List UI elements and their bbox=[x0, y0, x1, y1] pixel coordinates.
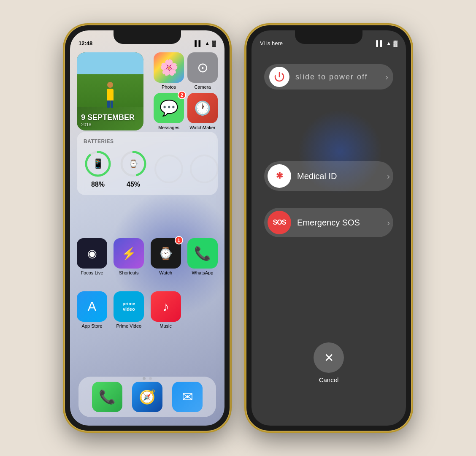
cancel-x-icon: ✕ bbox=[324, 351, 334, 365]
primevideo-glyph: primevideo bbox=[122, 301, 135, 312]
medical-id-slider[interactable]: ✱ Medical ID › bbox=[264, 161, 393, 191]
medical-icon-circle: ✱ bbox=[268, 164, 291, 188]
cancel-circle: ✕ bbox=[314, 342, 344, 373]
app-whatsapp[interactable]: 📞 WhatsApp bbox=[187, 238, 218, 275]
primevideo-label: Prime Video bbox=[116, 323, 141, 328]
focos-icon-img: ◉ bbox=[77, 238, 107, 269]
photos-icon-img: 🌸 bbox=[154, 52, 184, 83]
app-photos[interactable]: 🌸 Photos bbox=[154, 52, 184, 90]
medical-chevron-icon: › bbox=[387, 171, 390, 181]
app-music[interactable]: ♪ Music bbox=[151, 291, 181, 328]
phone-dock-icon-img: 📞 bbox=[92, 382, 122, 412]
whatsapp-icon-img: 📞 bbox=[187, 238, 218, 269]
music-icon-img: ♪ bbox=[151, 291, 181, 322]
battery-circles: 📱 88% ⌚ 45% bbox=[84, 149, 211, 188]
app-watchmaker[interactable]: 🕐 WatchMaker bbox=[187, 93, 218, 130]
whatsapp-glyph: 📞 bbox=[194, 245, 211, 261]
iphone-pct: 88% bbox=[91, 181, 105, 188]
widget-area: 9 SEPTEMBER 2018 🌸 Photos bbox=[70, 49, 224, 134]
left-leg bbox=[107, 100, 110, 108]
photo-year: 2018 bbox=[81, 122, 139, 127]
watchmaker-icon-img: 🕐 bbox=[187, 93, 218, 123]
messages-icon-img: 💬 2 bbox=[154, 93, 184, 123]
watchmaker-icon-glyph: 🕐 bbox=[194, 100, 211, 116]
camera-label: Camera bbox=[194, 84, 211, 90]
battery-item-empty1 bbox=[154, 155, 183, 183]
photo-widget[interactable]: 9 SEPTEMBER 2018 bbox=[77, 52, 143, 130]
carrier-label: Vi is here bbox=[260, 40, 283, 46]
app-row-3: ◉ Focos Live ⚡ Shortcuts ⌚ 1 Watch bbox=[77, 238, 218, 275]
phone-dock-glyph: 📞 bbox=[99, 389, 116, 405]
sos-chevron-icon: › bbox=[387, 218, 390, 228]
shortcuts-icon-img: ⚡ bbox=[114, 238, 144, 269]
power-icon bbox=[273, 71, 285, 83]
safari-dock-glyph: 🧭 bbox=[139, 389, 156, 405]
watch-label: Watch bbox=[159, 270, 172, 275]
small-apps-grid: 🌸 Photos ⊙ Camera 💬 bbox=[154, 52, 218, 130]
medical-icon: ✱ bbox=[273, 169, 286, 183]
player-head bbox=[107, 82, 113, 88]
dock-phone[interactable]: 📞 bbox=[92, 382, 122, 412]
power-slider[interactable]: slide to power off › bbox=[264, 64, 393, 90]
notch-2 bbox=[295, 30, 362, 44]
dock: 📞 🧭 ✉ bbox=[78, 377, 216, 417]
power-text: slide to power off bbox=[295, 73, 368, 81]
battery-item-empty2 bbox=[190, 155, 219, 183]
app-focos[interactable]: ◉ Focos Live bbox=[77, 238, 107, 275]
watch-icon-img: ⌚ 1 bbox=[151, 238, 181, 269]
watch-ring-icon: ⌚ bbox=[129, 159, 138, 168]
photos-icon-glyph: 🌸 bbox=[160, 59, 178, 76]
sos-text-icon: SOS bbox=[273, 219, 286, 226]
whatsapp-label: WhatsApp bbox=[192, 270, 214, 275]
battery-icon: ▓ bbox=[212, 40, 216, 46]
dock-safari[interactable]: 🧭 bbox=[132, 382, 162, 412]
primevideo-icon-img: primevideo bbox=[114, 291, 144, 322]
music-label: Music bbox=[160, 323, 172, 328]
sos-slider[interactable]: SOS Emergency SOS › bbox=[264, 208, 393, 237]
camera-icon-glyph: ⊙ bbox=[197, 60, 208, 76]
signal-icon: ▌▌ bbox=[195, 40, 202, 46]
app-watch[interactable]: ⌚ 1 Watch bbox=[151, 238, 181, 275]
phone-1-screen: 12:48 ▌▌ ▲ ▓ bbox=[70, 30, 224, 426]
dock-mail[interactable]: ✉ bbox=[172, 382, 203, 412]
app-primevideo[interactable]: primevideo Prime Video bbox=[114, 291, 144, 328]
messages-icon-glyph: 💬 bbox=[160, 99, 178, 117]
focos-label: Focos Live bbox=[81, 270, 103, 275]
status-icons-2: ▌▌ ▲ ▓ bbox=[376, 40, 398, 46]
power-button-circle bbox=[269, 67, 289, 87]
battery-item-iphone: 📱 88% bbox=[84, 149, 112, 188]
photo-date: 9 SEPTEMBER 2018 bbox=[77, 110, 143, 130]
cancel-button[interactable]: ✕ Cancel bbox=[314, 342, 344, 383]
wifi-icon-2: ▲ bbox=[386, 40, 392, 46]
battery-icon-2: ▓ bbox=[394, 40, 398, 46]
app-appstore[interactable]: A App Store bbox=[77, 291, 107, 328]
iphone-icon: 📱 bbox=[92, 158, 104, 169]
app-shortcuts[interactable]: ⚡ Shortcuts bbox=[114, 238, 144, 275]
player-figure bbox=[102, 82, 119, 107]
notch bbox=[114, 30, 181, 44]
messages-label: Messages bbox=[158, 125, 179, 130]
app-messages[interactable]: 💬 2 Messages bbox=[154, 93, 184, 130]
home-screen-bg: 12:48 ▌▌ ▲ ▓ bbox=[70, 30, 224, 426]
app-row-4: A App Store primevideo Prime Video ♪ Mus… bbox=[77, 291, 218, 328]
right-leg bbox=[111, 100, 113, 108]
battery-item-watch: ⌚ 45% bbox=[119, 149, 148, 188]
time: 12:48 bbox=[78, 40, 92, 46]
watch-pct: 45% bbox=[127, 181, 140, 188]
phone-1: 12:48 ▌▌ ▲ ▓ bbox=[65, 25, 230, 431]
focos-glyph: ◉ bbox=[87, 247, 97, 260]
watchmaker-label: WatchMaker bbox=[189, 125, 215, 130]
mail-dock-icon-img: ✉ bbox=[172, 382, 203, 412]
medical-id-label: Medical ID bbox=[297, 171, 337, 181]
sos-label: Emergency SOS bbox=[297, 218, 360, 228]
mail-dock-glyph: ✉ bbox=[182, 389, 193, 405]
phone-2: Vi is here ▌▌ ▲ ▓ slide to power off › bbox=[246, 25, 411, 431]
watch-glyph: ⌚ bbox=[158, 247, 173, 261]
safari-dock-icon-img: 🧭 bbox=[132, 382, 162, 412]
watch-badge: 1 bbox=[175, 236, 183, 244]
app-camera[interactable]: ⊙ Camera bbox=[187, 52, 218, 90]
wifi-icon: ▲ bbox=[205, 40, 210, 46]
shortcuts-glyph: ⚡ bbox=[122, 247, 136, 261]
empty-ring-2 bbox=[190, 155, 219, 183]
signal-icon-2: ▌▌ bbox=[376, 40, 384, 46]
